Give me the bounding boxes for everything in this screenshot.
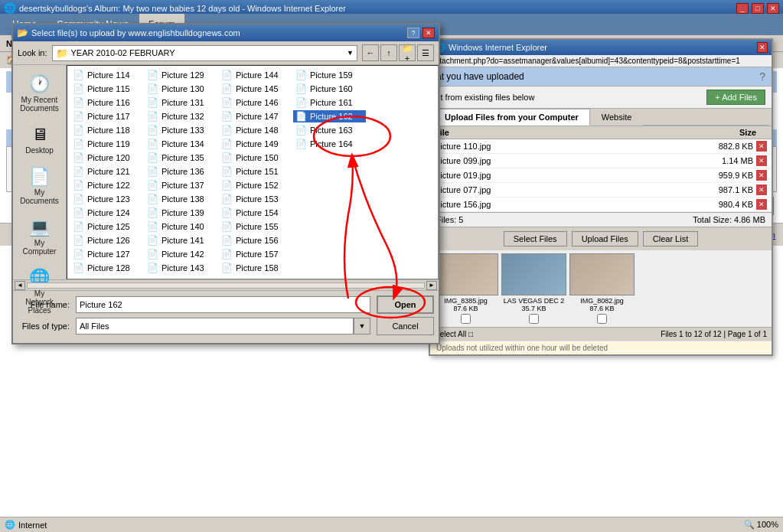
- list-item[interactable]: 📄Picture 130: [145, 83, 217, 95]
- filetype-arrow[interactable]: ▼: [354, 318, 370, 335]
- list-item[interactable]: 📄Picture 137: [145, 179, 217, 191]
- list-item[interactable]: 📄Picture 153: [219, 193, 292, 205]
- list-item[interactable]: 📄Picture 145: [219, 83, 292, 95]
- cancel-btn[interactable]: Cancel: [377, 317, 434, 335]
- file-name: Picture 141: [161, 236, 204, 245]
- list-item[interactable]: 📄Picture 124: [70, 207, 143, 219]
- list-item[interactable]: 📄Picture 141: [145, 234, 217, 246]
- list-item[interactable]: 📄Picture 154: [219, 207, 292, 219]
- tab-upload-website[interactable]: Website: [590, 109, 644, 126]
- upload-close-btn[interactable]: ✕: [757, 42, 768, 53]
- list-item[interactable]: 📄Picture 126: [70, 234, 143, 246]
- sidebar-my-computer[interactable]: 💻 My Computer: [17, 214, 63, 259]
- list-item[interactable]: 📄Picture 163: [293, 124, 366, 136]
- list-item[interactable]: 📄Picture 161: [293, 96, 366, 109]
- list-item[interactable]: 📄Picture 152: [219, 179, 292, 191]
- thumb-check-1[interactable]: [529, 314, 539, 324]
- thumb-check-0[interactable]: [461, 314, 471, 324]
- list-item[interactable]: 📄Picture 147: [219, 110, 292, 122]
- select-files-btn[interactable]: Select Files: [504, 231, 567, 246]
- list-item[interactable]: 📄Picture 118: [70, 124, 143, 136]
- close-btn[interactable]: ✕: [767, 3, 779, 14]
- upload-tabs: Upload Files from your Computer Website: [430, 109, 772, 126]
- list-item[interactable]: 📄Picture 156: [219, 234, 292, 246]
- list-item[interactable]: 📄Picture 123: [70, 193, 143, 205]
- docs-icon: 📄: [29, 167, 50, 187]
- list-item[interactable]: 📄Picture 150: [219, 152, 292, 164]
- list-item[interactable]: 📄Picture 158: [219, 262, 292, 274]
- list-item[interactable]: 📄Picture 139: [145, 207, 217, 219]
- list-item[interactable]: 📄Picture 136: [145, 165, 217, 178]
- file-list-area[interactable]: 📄Picture 114 📄Picture 115 📄Picture 116 📄…: [67, 65, 439, 279]
- del-btn-1[interactable]: ✕: [756, 155, 767, 166]
- dialog-close-btn[interactable]: ✕: [422, 28, 435, 38]
- list-item[interactable]: 📄Picture 121: [70, 165, 143, 178]
- tab-upload-computer[interactable]: Upload Files from your Computer: [433, 109, 590, 126]
- del-btn-3[interactable]: ✕: [756, 184, 767, 195]
- list-item[interactable]: 📄Picture 159: [293, 69, 366, 81]
- new-folder-btn[interactable]: 📁+: [399, 44, 416, 61]
- sidebar-my-docs[interactable]: 📄 My Documents: [17, 164, 63, 208]
- list-item[interactable]: 📄Picture 134: [145, 138, 217, 150]
- list-item[interactable]: 📄Picture 146: [219, 96, 292, 109]
- file-icon: 📄: [147, 249, 158, 259]
- list-item[interactable]: 📄Picture 114: [70, 69, 143, 81]
- clear-list-btn[interactable]: Clear List: [643, 231, 698, 246]
- list-item[interactable]: 📄Picture 115: [70, 83, 143, 95]
- list-item[interactable]: 📄Picture 117: [70, 110, 143, 122]
- upload-files-btn[interactable]: Upload Files: [572, 231, 638, 246]
- list-item[interactable]: 📄Picture 120: [70, 152, 143, 164]
- del-btn-2[interactable]: ✕: [756, 170, 767, 181]
- list-item[interactable]: 📄Picture 129: [145, 69, 217, 81]
- list-item-selected[interactable]: 📄Picture 162: [293, 110, 366, 122]
- open-btn[interactable]: Open: [377, 295, 434, 314]
- sidebar-recent[interactable]: 🕐 My RecentDocuments: [17, 71, 63, 116]
- sidebar-desktop[interactable]: 🖥 Desktop: [17, 122, 63, 158]
- list-item[interactable]: 📄Picture 144: [219, 69, 292, 81]
- list-item[interactable]: 📄Picture 128: [70, 262, 143, 274]
- list-item[interactable]: 📄Picture 135: [145, 152, 217, 164]
- list-item[interactable]: 📄Picture 127: [70, 248, 143, 260]
- file-size-1: 1.14 MB: [692, 156, 753, 165]
- dialog-help-btn[interactable]: ?: [407, 28, 419, 38]
- file-size-3: 987.1 KB: [692, 185, 753, 194]
- file-name: Picture 158: [236, 263, 279, 273]
- del-btn-4[interactable]: ✕: [756, 199, 767, 210]
- filename-input[interactable]: Picture 162: [76, 296, 370, 313]
- scroll-left-btn[interactable]: ◄: [15, 281, 25, 290]
- list-item[interactable]: 📄Picture 131: [145, 96, 217, 109]
- restore-btn[interactable]: □: [752, 3, 764, 14]
- list-item[interactable]: 📄Picture 122: [70, 179, 143, 191]
- upload-dialog-titlebar: 🌐 Windows Internet Explorer ✕: [430, 40, 772, 55]
- look-in-combo[interactable]: 📁 YEAR 2010-02 FEBRUARY ▼: [52, 45, 357, 61]
- list-item[interactable]: 📄Picture 155: [219, 220, 292, 233]
- add-files-btn[interactable]: + Add Files: [706, 90, 765, 105]
- view-btn[interactable]: ☰: [417, 44, 434, 61]
- minimize-btn[interactable]: _: [736, 3, 749, 14]
- list-item[interactable]: 📄Picture 160: [293, 83, 366, 95]
- del-btn-0[interactable]: ✕: [756, 141, 767, 152]
- list-item[interactable]: 📄Picture 164: [293, 138, 366, 150]
- list-item[interactable]: 📄Picture 142: [145, 248, 217, 260]
- list-item[interactable]: 📄Picture 157: [219, 248, 292, 260]
- list-item[interactable]: 📄Picture 132: [145, 110, 217, 122]
- thumb-check-2[interactable]: [597, 314, 607, 324]
- scroll-right-btn[interactable]: ►: [426, 281, 437, 290]
- list-item[interactable]: 📄Picture 133: [145, 124, 217, 136]
- list-item[interactable]: 📄Picture 143: [145, 262, 217, 274]
- file-icon: 📄: [147, 152, 158, 163]
- list-item[interactable]: 📄Picture 140: [145, 220, 217, 233]
- list-item[interactable]: 📄Picture 138: [145, 193, 217, 205]
- sidebar-network[interactable]: 🌐 My Network Places: [17, 265, 63, 318]
- list-item[interactable]: 📄Picture 148: [219, 124, 292, 136]
- list-item[interactable]: 📄Picture 125: [70, 220, 143, 233]
- list-item[interactable]: 📄Picture 119: [70, 138, 143, 150]
- up-btn[interactable]: ↑: [380, 44, 397, 61]
- list-item[interactable]: 📄Picture 149: [219, 138, 292, 150]
- filetype-label: Files of type:: [18, 321, 70, 331]
- file-name: Picture 148: [236, 126, 279, 135]
- list-item[interactable]: 📄Picture 151: [219, 165, 292, 178]
- list-item[interactable]: 📄Picture 116: [70, 96, 143, 109]
- back-btn[interactable]: ←: [362, 44, 379, 61]
- filetype-input[interactable]: [76, 318, 354, 335]
